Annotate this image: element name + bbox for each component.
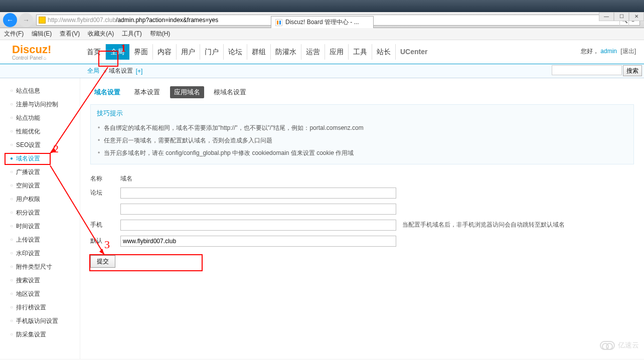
domain-row-label: 默认: [90, 237, 120, 245]
nav-item-8[interactable]: 防灌水: [271, 44, 301, 60]
sidebar-item-7[interactable]: 空间设置: [10, 179, 80, 193]
tab-root-domain[interactable]: 根域名设置: [210, 86, 250, 98]
domain-input-1[interactable]: [120, 204, 396, 215]
nav-item-10[interactable]: 应用: [325, 44, 349, 60]
tips-heading: 技巧提示: [97, 109, 627, 118]
nav-item-12[interactable]: 站长: [372, 44, 396, 60]
menu-file[interactable]: 文件(F): [4, 30, 24, 38]
domain-input-0[interactable]: [120, 188, 396, 199]
sidebar-item-12[interactable]: 水印设置: [10, 247, 80, 260]
menu-tools[interactable]: 工具(T): [122, 30, 141, 38]
discuz-favicon-icon: [275, 19, 282, 26]
nav-item-2[interactable]: 界面: [129, 44, 153, 60]
sidebar-item-11[interactable]: 上传设置: [10, 233, 80, 247]
admin-search: 搜索: [552, 65, 642, 76]
sidebar-item-0[interactable]: 站点信息: [10, 84, 80, 98]
tips-box: 技巧提示 各自绑定的域名不能相同，域名不需要添加"http://"，也不要以"/…: [90, 104, 634, 164]
breadcrumb-bar: 全局 » 域名设置 [+] 搜索: [0, 64, 644, 78]
window-max-icon[interactable]: ☐: [614, 12, 629, 21]
browser-tab-title: Discuz! Board 管理中心 - ...: [285, 18, 359, 27]
nav-item-1[interactable]: 全局: [106, 44, 129, 60]
domain-row-2: 手机当配置手机域名后，非手机浏览器访问会自动跳转至默认域名: [90, 217, 634, 233]
window-controls: — ☐ ✕: [599, 12, 644, 22]
sidebar-item-5[interactable]: 域名设置: [10, 152, 80, 165]
sidebar-item-15[interactable]: 地区设置: [10, 287, 80, 301]
submit-button[interactable]: 提交: [90, 255, 115, 268]
admin-search-input[interactable]: [552, 65, 622, 75]
table-head: 名称 域名: [90, 172, 634, 185]
user-area: 您好， admin [退出]: [581, 47, 636, 56]
nav-item-4[interactable]: 用户: [177, 44, 200, 60]
logo-text: Discuz!: [12, 43, 82, 56]
sidebar-item-1[interactable]: 注册与访问控制: [10, 98, 80, 111]
section-tabs: 域名设置 基本设置 应用域名 根域名设置: [90, 86, 634, 98]
footer: Powered by Discuz! X3.3 © 2001-2017, Com…: [0, 359, 644, 361]
browser-forward-button[interactable]: →: [19, 13, 33, 27]
browser-menu-bar: 文件(F) 编辑(E) 查看(V) 收藏夹(A) 工具(T) 帮助(H): [0, 28, 644, 40]
greeting: 您好，: [581, 48, 599, 55]
sidebar-item-14[interactable]: 搜索设置: [10, 274, 80, 287]
nav-item-6[interactable]: 论坛: [224, 44, 247, 60]
sidebar: 站点信息注册与访问控制站点功能性能优化SEO设置域名设置广播设置空间设置用户权限…: [0, 78, 80, 359]
tab-app-domain[interactable]: 应用域名: [170, 86, 204, 98]
breadcrumb-add[interactable]: [+]: [136, 68, 143, 75]
col-name: 名称: [90, 174, 120, 183]
domain-table: 名称 域名 论坛手机当配置手机域名后，非手机浏览器访问会自动跳转至默认域名默认 …: [90, 172, 634, 268]
sidebar-item-18[interactable]: 防采集设置: [10, 328, 80, 341]
nav-item-5[interactable]: 门户: [200, 44, 224, 60]
sidebar-item-17[interactable]: 手机版访问设置: [10, 314, 80, 328]
os-taskbar: [0, 0, 644, 12]
nav-item-9[interactable]: 运营: [301, 44, 325, 60]
home-icon: ⌂: [44, 55, 47, 61]
page-body: 站点信息注册与访问控制站点功能性能优化SEO设置域名设置广播设置空间设置用户权限…: [0, 78, 644, 359]
discuz-header: Discuz! Control Panel⌂ 首页全局界面内容用户门户论坛群组防…: [0, 40, 644, 64]
menu-favorites[interactable]: 收藏夹(A): [88, 30, 114, 38]
sidebar-item-4[interactable]: SEO设置: [10, 138, 80, 152]
watermark-text: 亿速云: [618, 341, 639, 350]
domain-input-2[interactable]: [120, 220, 396, 231]
main-nav: 首页全局界面内容用户门户论坛群组防灌水运营应用工具站长UCenter: [82, 44, 432, 60]
sidebar-item-2[interactable]: 站点功能: [10, 111, 80, 125]
nav-item-0[interactable]: 首页: [82, 44, 106, 60]
sidebar-item-6[interactable]: 广播设置: [10, 165, 80, 179]
username-link[interactable]: admin: [600, 48, 617, 55]
section-title: 域名设置: [90, 86, 124, 98]
nav-item-7[interactable]: 群组: [247, 44, 271, 60]
menu-help[interactable]: 帮助(H): [150, 30, 171, 38]
sidebar-item-13[interactable]: 附件类型尺寸: [10, 260, 80, 274]
logout-link[interactable]: [退出]: [620, 48, 636, 55]
domain-row-3: 默认: [90, 233, 634, 249]
url-text: http://www.flybird007.club/admin.php?act…: [48, 17, 218, 24]
breadcrumb-sep: »: [103, 68, 107, 75]
domain-row-note: 当配置手机域名后，非手机浏览器访问会自动跳转至默认域名: [402, 221, 565, 229]
watermark: 亿速云: [600, 341, 639, 350]
breadcrumb-current: 域名设置: [109, 67, 133, 75]
admin-search-button[interactable]: 搜索: [623, 65, 642, 76]
discuz-logo[interactable]: Discuz! Control Panel⌂: [12, 43, 82, 61]
domain-row-label: 手机: [90, 221, 120, 229]
window-min-icon[interactable]: —: [599, 12, 614, 21]
sidebar-item-9[interactable]: 积分设置: [10, 206, 80, 220]
domain-row-label: 论坛: [90, 189, 120, 197]
col-domain: 域名: [120, 174, 132, 183]
sidebar-item-8[interactable]: 用户权限: [10, 193, 80, 206]
sidebar-item-16[interactable]: 排行榜设置: [10, 301, 80, 314]
tip-line-1: 任意开启一项域名，需要配置默认域名，否则会造成多入口问题: [97, 134, 627, 147]
domain-row-1: [90, 201, 634, 217]
breadcrumb-root[interactable]: 全局: [87, 67, 99, 75]
domain-input-3[interactable]: [120, 236, 396, 247]
tab-basic[interactable]: 基本设置: [130, 86, 164, 98]
browser-back-button[interactable]: ←: [3, 13, 17, 27]
sidebar-item-10[interactable]: 时间设置: [10, 220, 80, 233]
menu-edit[interactable]: 编辑(E): [32, 30, 52, 38]
sidebar-item-3[interactable]: 性能优化: [10, 125, 80, 138]
nav-item-11[interactable]: 工具: [349, 44, 372, 60]
site-favicon-icon: [39, 17, 46, 24]
domain-row-0: 论坛: [90, 185, 634, 201]
browser-tab[interactable]: Discuz! Board 管理中心 - ...: [271, 16, 374, 28]
window-close-icon[interactable]: ✕: [629, 12, 644, 21]
watermark-icon: [600, 341, 615, 350]
nav-item-3[interactable]: 内容: [153, 44, 177, 60]
menu-view[interactable]: 查看(V): [60, 30, 80, 38]
nav-item-13[interactable]: UCenter: [396, 44, 432, 60]
